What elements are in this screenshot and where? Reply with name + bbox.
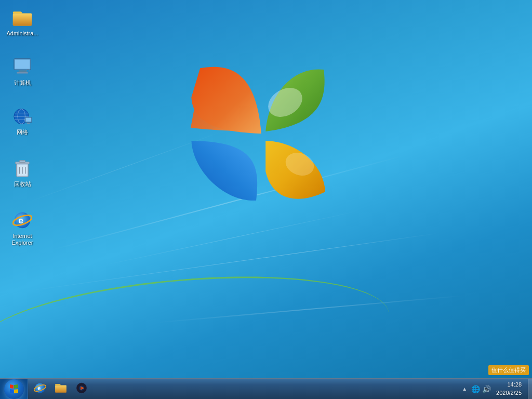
recycle-bin-icon — [12, 158, 33, 179]
start-button[interactable] — [0, 379, 28, 400]
svg-rect-15 — [25, 118, 31, 122]
taskbar-items: e — [28, 379, 457, 399]
decoration-streak-4 — [156, 295, 467, 323]
decoration-streak-2 — [104, 211, 358, 265]
taskbar-media-icon — [75, 382, 88, 396]
ie-desktop-label: InternetExplorer — [6, 233, 38, 246]
windows-logo — [187, 62, 332, 208]
administrator-label: Administra... — [6, 30, 38, 37]
desktop-icon-computer[interactable]: 计算机 — [4, 55, 41, 88]
svg-rect-7 — [17, 72, 28, 74]
watermark-badge: 值什么值得买 — [488, 365, 529, 375]
ie-icon: e — [12, 210, 33, 231]
recycle-label: 回收站 — [6, 181, 38, 188]
desktop-icon-network[interactable]: 网络 — [4, 104, 41, 138]
svg-point-34 — [81, 387, 83, 389]
svg-rect-16 — [27, 123, 30, 124]
clock-time: 14:28 — [496, 381, 522, 389]
taskbar-ie-icon: e — [34, 382, 46, 396]
taskbar: e — [0, 378, 532, 399]
svg-rect-23 — [19, 161, 25, 163]
desktop: Administra... 计算机 — [0, 0, 532, 399]
svg-rect-5 — [15, 60, 30, 69]
svg-text:e: e — [18, 216, 23, 225]
taskbar-explorer[interactable] — [51, 380, 71, 398]
desktop-icon-ie[interactable]: e InternetExplorer — [4, 208, 41, 248]
computer-label: 计算机 — [6, 79, 38, 86]
network-icon — [12, 106, 33, 127]
taskbar-media[interactable] — [72, 380, 91, 398]
svg-rect-30 — [55, 385, 66, 392]
clock[interactable]: 14:28 2020/2/25 — [493, 380, 525, 398]
svg-rect-3 — [13, 14, 32, 26]
desktop-icon-recycle[interactable]: 回收站 — [4, 156, 41, 190]
system-tray: ▲ 🌐 🔊 14:28 2020/2/25 — [457, 379, 528, 399]
svg-rect-6 — [19, 70, 26, 72]
taskbar-explorer-icon — [55, 382, 67, 396]
watermark: 值什么值得买 — [488, 365, 529, 376]
tray-icons: 🌐 🔊 — [471, 385, 491, 393]
network-label: 网络 — [6, 129, 38, 136]
tray-expand-button[interactable]: ▲ — [460, 385, 469, 393]
taskbar-ie[interactable]: e — [30, 380, 50, 398]
decoration-streak-3 — [26, 233, 437, 291]
show-desktop-button[interactable] — [528, 379, 532, 400]
desktop-icon-administrator[interactable]: Administra... — [4, 5, 41, 39]
tray-volume-icon[interactable]: 🔊 — [482, 385, 491, 393]
start-orb — [4, 379, 24, 399]
folder-icon — [12, 7, 33, 28]
tray-network-icon[interactable]: 🌐 — [471, 385, 480, 393]
svg-text:e: e — [37, 384, 41, 391]
computer-icon — [12, 57, 33, 77]
clock-date: 2020/2/25 — [496, 389, 522, 397]
